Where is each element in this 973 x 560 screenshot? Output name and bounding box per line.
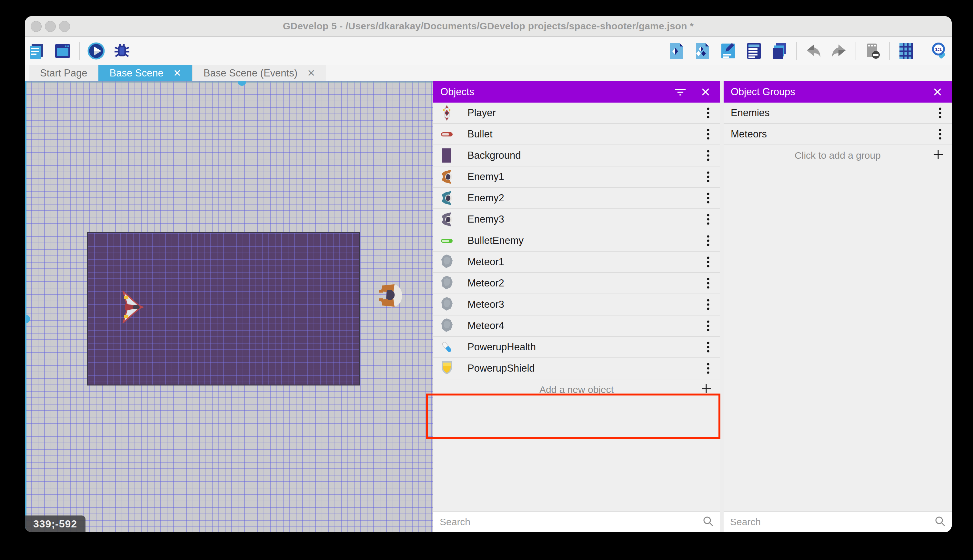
groups-search-bar [724,511,952,532]
object-row-powerupshield[interactable]: PowerupShield [433,358,720,379]
minimize-window-button[interactable] [45,21,56,32]
undo-button[interactable] [804,42,823,60]
close-tab-icon[interactable]: ✕ [307,68,315,78]
kebab-menu-icon[interactable] [704,167,713,187]
debug-bug-button[interactable] [113,42,131,60]
objects-panel-button[interactable] [667,42,686,60]
scene-canvas[interactable]: 339;-592 [25,81,433,532]
add-group-button[interactable]: Click to add a group [724,145,952,166]
kebab-menu-icon[interactable] [704,103,713,123]
meteor-icon [440,296,454,313]
tab-bar: Start PageBase Scene✕Base Scene (Events)… [25,65,952,81]
kebab-menu-icon[interactable] [704,358,713,379]
object-name: Player [468,107,496,119]
add-object-button[interactable]: Add a new object [433,379,720,400]
filter-icon[interactable] [673,85,688,99]
close-objects-panel-icon[interactable] [698,85,713,99]
groups-search-input[interactable] [730,516,934,528]
object-name: BulletEnemy [468,235,523,247]
kebab-menu-icon[interactable] [704,252,713,272]
player-icon [440,105,454,121]
group-row-meteors[interactable]: Meteors [724,124,952,145]
properties-panel-icon [719,42,737,60]
edge-handle-top-icon[interactable] [238,81,246,86]
object-row-meteor3[interactable]: Meteor3 [433,294,720,315]
object-row-enemy1[interactable]: Enemy1 [433,167,720,188]
kebab-menu-icon[interactable] [704,294,713,315]
kebab-menu-icon[interactable] [704,209,713,230]
objects-panel-title: Objects [440,86,474,98]
kebab-menu-icon[interactable] [704,230,713,251]
object-row-enemy2[interactable]: Enemy2 [433,188,720,209]
kebab-menu-icon[interactable] [704,273,713,293]
kebab-menu-icon[interactable] [936,124,945,145]
enemy-instance[interactable] [378,283,404,308]
preview-play-icon [87,42,105,60]
traffic-lights [31,21,70,32]
properties-panel-button[interactable] [719,42,738,60]
object-row-enemy3[interactable]: Enemy3 [433,209,720,230]
object-name: Bullet [468,128,493,140]
meteor-icon [440,275,454,292]
toolbar-separator [856,42,856,60]
kebab-menu-icon[interactable] [704,315,713,336]
tab-start-page[interactable]: Start Page [29,65,98,81]
object-groups-panel-title: Object Groups [731,86,795,98]
object-row-meteor2[interactable]: Meteor2 [433,273,720,294]
tab-base-scene[interactable]: Base Scene✕ [98,65,192,81]
kebab-menu-icon[interactable] [704,124,713,145]
toggle-mask-icon [864,42,882,60]
debug-bug-icon [113,42,131,60]
object-row-meteor4[interactable]: Meteor4 [433,315,720,337]
toggle-mask-button[interactable] [863,42,882,60]
meteor-icon [440,317,454,334]
object-name: PowerupHealth [468,341,536,353]
kebab-menu-icon[interactable] [704,145,713,166]
object-row-bulletenemy[interactable]: BulletEnemy [433,230,720,252]
object-row-poweruphealth[interactable]: PowerupHealth [433,337,720,358]
zoom-window-button[interactable] [59,21,70,32]
grid-button[interactable] [897,42,916,60]
player-instance[interactable] [120,291,145,323]
scene-top-edge [25,81,433,83]
panel-divider[interactable] [720,81,724,532]
project-manager-button[interactable] [27,42,46,60]
main-area: 339;-592 Objects [25,81,952,532]
objects-panel-header: Objects [433,81,720,103]
kebab-menu-icon[interactable] [704,188,713,208]
kebab-menu-icon[interactable] [704,337,713,357]
object-row-player[interactable]: Player [433,103,720,124]
window-title: GDevelop 5 - /Users/dkarakay/Documents/G… [283,21,694,32]
preview-play-button[interactable] [87,42,105,60]
objects-list: Player Bullet Background Enemy1 Enemy2 E… [433,103,720,379]
layers-panel-button[interactable] [770,42,789,60]
object-groups-panel-button[interactable] [693,42,712,60]
tab-base-scene-events-[interactable]: Base Scene (Events)✕ [192,65,326,81]
group-name: Meteors [731,128,767,140]
enemy3-icon [440,211,454,228]
close-window-button[interactable] [31,21,42,32]
toolbar-left [27,42,131,60]
kebab-menu-icon[interactable] [936,103,945,123]
titlebar: GDevelop 5 - /Users/dkarakay/Documents/G… [25,16,952,37]
group-row-enemies[interactable]: Enemies [724,103,952,124]
layers-panel-icon [771,42,789,60]
close-tab-icon[interactable]: ✕ [173,68,181,78]
zoom-1-1-button[interactable]: 1:1 [930,42,949,60]
edge-handle-left-icon[interactable] [26,315,30,323]
object-name: Enemy3 [468,213,504,225]
object-name: Meteor2 [468,277,504,289]
redo-button[interactable] [830,42,848,60]
object-row-bullet[interactable]: Bullet [433,124,720,145]
close-object-groups-panel-icon[interactable] [930,85,945,99]
tab-label: Start Page [40,67,87,79]
instances-list-button[interactable] [745,42,763,60]
start-page-window-button[interactable] [53,42,72,60]
object-groups-panel-icon [693,42,711,60]
add-group-label: Click to add a group [795,150,881,161]
object-name: Enemy2 [468,192,504,204]
object-row-meteor1[interactable]: Meteor1 [433,252,720,273]
objects-search-input[interactable] [439,516,702,528]
object-row-background[interactable]: Background [433,145,720,167]
toolbar-separator [889,42,890,60]
